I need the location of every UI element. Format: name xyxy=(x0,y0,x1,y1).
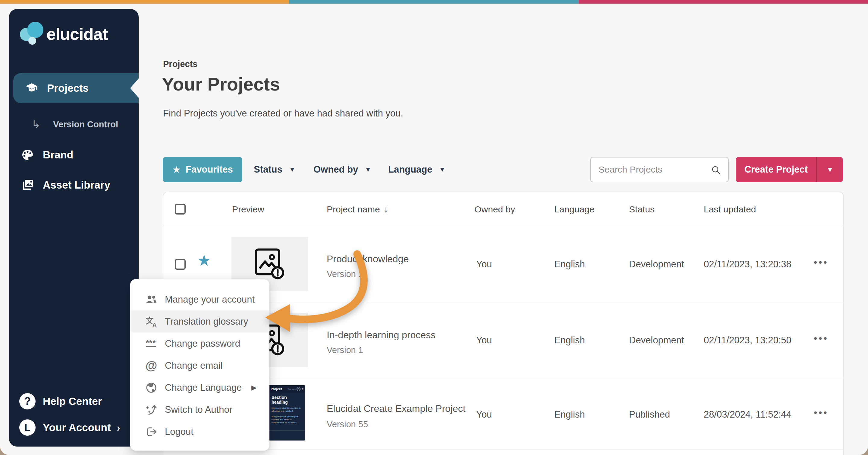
sidebar-subitem-label: Version Control xyxy=(53,119,118,130)
status-cell: Development xyxy=(629,335,684,346)
palette-icon xyxy=(21,148,34,162)
owned-by-cell: You xyxy=(476,335,492,346)
menu-item-change-password[interactable]: *** Change password xyxy=(130,333,269,354)
menu-item-label: Translation glossary xyxy=(165,316,248,327)
search-icon[interactable] xyxy=(711,165,721,176)
column-header-owned-by: Owned by xyxy=(474,204,515,215)
row-checkbox[interactable] xyxy=(175,259,186,270)
chevron-down-icon: ▼ xyxy=(289,166,296,173)
menu-item-label: Switch to Author xyxy=(165,404,232,415)
sidebar-item-your-account[interactable]: L Your Account › xyxy=(9,417,138,438)
brand-bar-teal xyxy=(289,0,579,4)
svg-text:A: A xyxy=(152,322,157,329)
project-name[interactable]: Elucidat Create Example Project xyxy=(327,403,466,414)
sidebar-item-help-center[interactable]: ? Help Center xyxy=(9,391,138,412)
page-title: Your Projects xyxy=(162,74,280,95)
menu-item-translation-glossary[interactable]: A Translation glossary xyxy=(130,311,269,333)
column-header-language: Language xyxy=(554,204,594,215)
owned-by-cell: You xyxy=(476,409,492,420)
language-cell: English xyxy=(554,335,585,346)
last-updated-cell: 02/11/2023, 13:20:50 xyxy=(704,335,792,346)
column-header-last-updated: Last updated xyxy=(704,204,756,215)
menu-item-label: Logout xyxy=(165,426,193,437)
table-header: Preview Project name ↓ Owned by Language… xyxy=(163,192,843,226)
logo-text: elucidat xyxy=(46,24,108,44)
password-icon: *** xyxy=(144,337,158,350)
mini-preview-title: Project xyxy=(271,387,282,391)
last-updated-cell: 28/03/2024, 11:52:44 xyxy=(704,409,792,420)
sidebar-item-brand[interactable]: Brand xyxy=(9,144,138,165)
sidebar-item-label: Projects xyxy=(47,82,89,94)
chevron-right-icon: › xyxy=(117,422,120,433)
create-project-button[interactable]: Create Project ▼ xyxy=(736,157,843,182)
status-filter-dropdown[interactable]: Status ▼ xyxy=(254,157,296,182)
submenu-caret-icon: ▶ xyxy=(251,384,256,392)
create-project-label[interactable]: Create Project xyxy=(736,157,816,182)
column-header-project-name[interactable]: Project name ↓ xyxy=(327,204,388,215)
brand-bar-orange xyxy=(0,0,289,4)
account-menu: Manage your account A Translation glossa… xyxy=(130,279,270,451)
logout-icon xyxy=(144,425,158,439)
menu-item-label: Change email xyxy=(165,360,222,371)
avatar: L xyxy=(19,419,36,436)
row-actions-menu[interactable]: ••• xyxy=(814,407,829,418)
sidebar-item-asset-library[interactable]: Asset Library xyxy=(9,174,138,196)
project-preview-thumbnail[interactable]: Project Your score 0% ≡ Section heading … xyxy=(269,385,305,440)
status-cell: Development xyxy=(629,259,684,270)
menu-item-logout[interactable]: Logout xyxy=(130,421,269,443)
column-header-preview: Preview xyxy=(232,204,264,215)
translate-icon: A xyxy=(144,315,158,329)
language-filter-label: Language xyxy=(388,164,432,175)
brand-color-bar xyxy=(0,0,868,4)
project-version: Version 1 xyxy=(327,345,363,355)
sidebar-item-label: Your Account xyxy=(43,422,111,433)
language-cell: English xyxy=(554,409,585,420)
at-icon: @ xyxy=(144,359,158,373)
sidebar-item-label: Asset Library xyxy=(43,179,110,191)
menu-item-switch-to-author[interactable]: Switch to Author xyxy=(130,399,269,421)
star-icon: ★ xyxy=(172,164,181,175)
language-filter-dropdown[interactable]: Language ▼ xyxy=(388,157,445,182)
search-input[interactable] xyxy=(591,158,728,182)
sidebar: elucidat Projects ↳ Version Control Bran… xyxy=(9,9,138,447)
sidebar-item-projects[interactable]: Projects xyxy=(13,73,138,103)
menu-item-manage-account[interactable]: Manage your account xyxy=(130,288,269,311)
annotation-arrow xyxy=(256,245,377,338)
app-window: elucidat Projects ↳ Version Control Bran… xyxy=(0,0,868,455)
select-all-checkbox[interactable] xyxy=(175,204,186,215)
chevron-down-icon: ▼ xyxy=(439,166,445,173)
brand-bar-pink xyxy=(579,0,868,4)
project-version: Version 55 xyxy=(327,419,368,429)
mini-score-label: Your score xyxy=(288,388,296,390)
elucidat-logo[interactable]: elucidat xyxy=(20,20,108,48)
sidebar-item-label: Brand xyxy=(43,149,73,161)
people-icon xyxy=(144,293,158,307)
subitem-arrow-icon: ↳ xyxy=(31,118,40,131)
active-item-notch xyxy=(130,79,138,98)
sidebar-item-label: Help Center xyxy=(43,395,102,407)
column-header-status: Status xyxy=(629,204,655,215)
favourites-filter-button[interactable]: ★ Favourites xyxy=(163,157,242,182)
mini-preview-body: Section heading Introduce what this sect… xyxy=(269,393,305,427)
image-stack-icon xyxy=(21,178,34,192)
search-box xyxy=(590,157,729,182)
last-updated-cell: 02/11/2023, 13:20:38 xyxy=(704,259,792,270)
switch-author-icon xyxy=(144,403,158,417)
mini-paragraph: Imagine you're pitching the content and … xyxy=(272,415,303,424)
graduation-cap-icon xyxy=(25,81,38,95)
owned-by-filter-dropdown[interactable]: Owned by ▼ xyxy=(313,157,371,182)
favourites-label: Favourites xyxy=(186,164,233,175)
menu-item-label: Change password xyxy=(165,338,240,349)
owned-by-filter-label: Owned by xyxy=(313,164,358,175)
row-actions-menu[interactable]: ••• xyxy=(814,333,829,344)
page-subtitle: Find Projects you've created or have had… xyxy=(163,108,403,119)
favourite-star-icon[interactable]: ★ xyxy=(197,253,211,268)
status-cell: Published xyxy=(629,409,670,420)
menu-burger-icon: ≡ xyxy=(302,388,304,391)
menu-item-change-email[interactable]: @ Change email xyxy=(130,354,269,376)
sidebar-item-version-control[interactable]: ↳ Version Control xyxy=(9,112,138,136)
chevron-down-icon: ▼ xyxy=(827,165,834,174)
menu-item-change-language[interactable]: Change Language ▶ xyxy=(130,376,269,399)
row-actions-menu[interactable]: ••• xyxy=(814,257,829,268)
create-project-dropdown-toggle[interactable]: ▼ xyxy=(817,157,843,182)
